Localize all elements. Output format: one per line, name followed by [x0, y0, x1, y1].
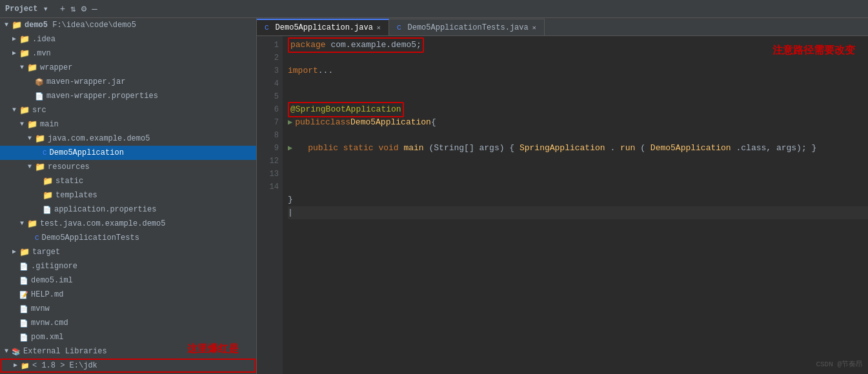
- sidebar-item-src[interactable]: 📁 src: [0, 103, 256, 117]
- sidebar-item-maven-wrapper-props[interactable]: 📄 maven-wrapper.properties: [0, 89, 256, 103]
- folder-icon: 📁: [35, 133, 45, 144]
- run-arrow-icon[interactable]: ▶: [288, 142, 292, 155]
- arrow-icon: [10, 106, 18, 114]
- arrow-icon: [12, 362, 19, 369]
- sidebar-item-demo5application[interactable]: C Demo5Application: [0, 146, 256, 160]
- sidebar-item-resources[interactable]: 📁 resources: [0, 160, 256, 174]
- sync-icon[interactable]: ⇅: [69, 2, 77, 15]
- item-text: src: [32, 106, 46, 115]
- folder-icon: 📁: [19, 105, 30, 115]
- arrow-icon: [10, 305, 18, 313]
- arrow-icon: [26, 78, 34, 86]
- project-label: Project: [5, 5, 37, 14]
- arrow-icon: [18, 220, 26, 228]
- code-line-12: [288, 181, 868, 193]
- sidebar-item-gitignore[interactable]: 📄 .gitignore: [0, 259, 256, 273]
- tab-demo5applicationtests[interactable]: C Demo5ApplicationTests.java ✕: [389, 19, 545, 35]
- arrow-icon: [3, 21, 10, 29]
- path-change-annotation: 注意路径需要改变: [772, 44, 855, 57]
- arrow-icon: [34, 206, 41, 213]
- csdn-watermark: CSDN @节奏昂: [816, 359, 863, 369]
- title-bar: Project ▾ + ⇅ ⚙ —: [0, 0, 868, 18]
- xml-icon: 📄: [19, 333, 28, 342]
- sidebar-item-main[interactable]: 📁 main: [0, 117, 256, 132]
- sidebar-item-mvnw[interactable]: 📄 mvnw: [0, 302, 256, 316]
- item-text: resources: [48, 162, 90, 172]
- arrow-icon: [10, 50, 18, 57]
- arrow-icon: [10, 248, 18, 256]
- arrow-icon: [34, 192, 41, 199]
- item-text: application.properties: [54, 205, 156, 214]
- sidebar-item-demo5applicationtests[interactable]: C Demo5ApplicationTests: [0, 231, 256, 245]
- title-bar-left: Project ▾ + ⇅ ⚙ —: [5, 2, 99, 15]
- folder-icon: 📁: [12, 20, 22, 30]
- code-line-10: [288, 155, 868, 168]
- arrow-icon: [18, 64, 26, 72]
- code-line-13: }: [288, 193, 868, 206]
- code-line-5: [288, 90, 868, 103]
- arrow-icon: [26, 135, 34, 143]
- tab-close-icon[interactable]: ✕: [377, 24, 381, 32]
- item-text: External Libraries: [23, 347, 107, 356]
- sidebar-item-pom-xml[interactable]: 📄 pom.xml: [0, 330, 256, 344]
- sidebar-item-demo5[interactable]: 📁 demo5 F:\idea\code\demo5: [0, 18, 256, 32]
- item-text: java.com.example.demo5: [48, 134, 150, 143]
- tab-demo5application[interactable]: C Demo5Application.java ✕: [257, 19, 389, 35]
- close-icon[interactable]: —: [90, 3, 98, 15]
- settings-icon[interactable]: ⚙: [80, 2, 88, 15]
- tab-bar: C Demo5Application.java ✕ C Demo5Applica…: [257, 18, 868, 36]
- java-icon: C: [35, 234, 39, 242]
- arrow-icon: [10, 333, 18, 341]
- jar-icon: 📦: [35, 78, 44, 86]
- folder-icon: 📁: [27, 119, 37, 130]
- dropdown-icon[interactable]: ▾: [41, 2, 49, 15]
- item-text: mvnw: [31, 304, 50, 313]
- code-line-11: [288, 168, 868, 181]
- folder-icon: 📁: [27, 219, 37, 229]
- java-icon: C: [43, 149, 47, 157]
- sidebar-item-jdk[interactable]: 📁 < 1.8 > E:\jdk: [0, 359, 256, 373]
- sidebar-item-demo5-iml[interactable]: 📄 demo5.iml: [0, 273, 256, 288]
- item-text: test.java.com.example.demo5: [40, 219, 165, 228]
- java-tab-icon: C: [397, 24, 401, 32]
- sidebar-item-application-properties[interactable]: 📄 application.properties: [0, 202, 256, 217]
- code-content[interactable]: package com.example.demo5; import ... @S…: [283, 36, 868, 374]
- item-text: wrapper: [40, 63, 72, 72]
- sidebar-item-target[interactable]: 📁 target: [0, 245, 256, 259]
- sidebar-item-mvnw-cmd[interactable]: 📄 mvnw.cmd: [0, 316, 256, 330]
- sidebar-item-templates[interactable]: 📁 templates: [0, 188, 256, 202]
- code-text: @SpringBootApplication: [290, 104, 401, 114]
- item-text: Demo5Application: [50, 148, 124, 157]
- properties-icon: 📄: [35, 92, 44, 101]
- sh-icon: 📄: [19, 305, 28, 313]
- arrow-icon: [34, 177, 41, 185]
- tab-close-icon[interactable]: ✕: [532, 24, 536, 32]
- sidebar-item-idea[interactable]: 📁 .idea: [0, 32, 256, 46]
- item-text: target: [32, 248, 60, 257]
- sidebar-item-external-libraries[interactable]: 📚 External Libraries: [0, 344, 256, 359]
- arrow-icon: [18, 121, 26, 128]
- item-text: maven-wrapper.properties: [46, 92, 158, 101]
- arrow-icon: [26, 163, 34, 171]
- arrow-icon: [34, 149, 41, 157]
- arrow-icon: [3, 348, 10, 355]
- item-text: demo5.iml: [31, 276, 73, 285]
- sidebar-item-java-package[interactable]: 📁 java.com.example.demo5: [0, 132, 256, 146]
- sidebar-item-static[interactable]: 📁 static: [0, 174, 256, 188]
- line-numbers: 1 2 3 4 5 6 7 8 9 12 13 14: [257, 36, 283, 374]
- code-area: 1 2 3 4 5 6 7 8 9 12 13 14: [257, 36, 868, 374]
- code-text: public: [295, 116, 325, 129]
- item-text: .mvn: [32, 49, 51, 58]
- arrow-icon: [10, 277, 18, 284]
- sidebar-item-maven-wrapper-jar[interactable]: 📦 maven-wrapper.jar: [0, 75, 256, 89]
- sidebar-item-wrapper[interactable]: 📁 wrapper: [0, 61, 256, 75]
- sidebar-item-test-package[interactable]: 📁 test.java.com.example.demo5: [0, 217, 256, 231]
- sidebar-item-help-md[interactable]: 📝 HELP.md: [0, 288, 256, 302]
- code-text: import: [288, 64, 318, 77]
- run-arrow-icon[interactable]: ▶: [288, 116, 292, 129]
- sidebar-item-mvn[interactable]: 📁 .mvn: [0, 46, 256, 61]
- md-icon: 📝: [19, 291, 28, 299]
- folder-icon: 📁: [27, 63, 37, 73]
- code-line-8: [288, 129, 868, 142]
- add-icon[interactable]: +: [59, 3, 66, 15]
